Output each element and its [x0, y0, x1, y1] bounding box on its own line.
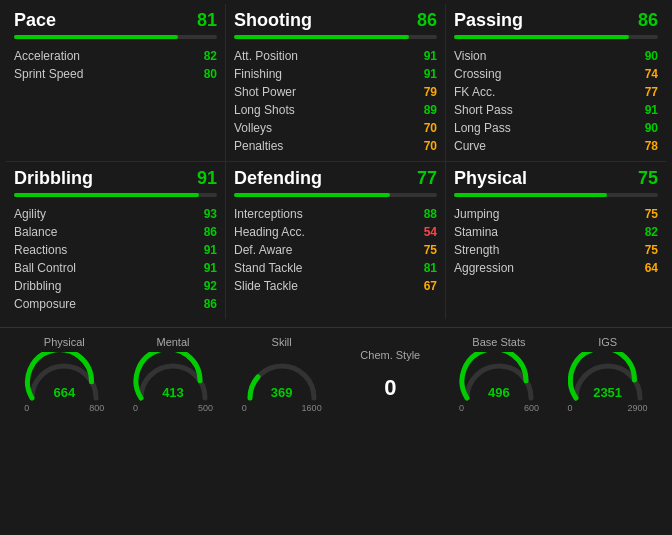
- stat-row: Stamina82: [454, 223, 658, 241]
- stat-value: 91: [204, 261, 217, 275]
- stat-row: Finishing91: [234, 65, 437, 83]
- stat-row: Ball Control91: [14, 259, 217, 277]
- bottom-section: Physical6640800Mental4130500Skill3690160…: [0, 327, 672, 417]
- gauge-label: Base Stats: [472, 336, 525, 348]
- stat-value: 89: [424, 103, 437, 117]
- stat-value: 70: [424, 121, 437, 135]
- stat-row: Jumping75: [454, 205, 658, 223]
- gauge-label: Mental: [156, 336, 189, 348]
- stat-row: Curve78: [454, 137, 658, 155]
- stat-name: Stamina: [454, 225, 498, 239]
- stat-name: Acceleration: [14, 49, 80, 63]
- section-title-physical: Physical: [454, 168, 527, 189]
- section-title-defending: Defending: [234, 168, 322, 189]
- gauge-label: Physical: [44, 336, 85, 348]
- stat-name: Penalties: [234, 139, 283, 153]
- stat-value: 75: [645, 243, 658, 257]
- stat-value: 64: [645, 261, 658, 275]
- section-value-defending: 77: [417, 168, 437, 189]
- gauge-mental: Mental4130500: [123, 336, 223, 413]
- stat-row: Strength75: [454, 241, 658, 259]
- section-title-passing: Passing: [454, 10, 523, 31]
- stat-name: Volleys: [234, 121, 272, 135]
- stat-row: Shot Power79: [234, 83, 437, 101]
- section-shooting: Shooting86Att. Position91Finishing91Shot…: [226, 4, 446, 162]
- gauge-min-max: 01600: [242, 403, 322, 413]
- gauge-wrapper: 664: [24, 352, 104, 402]
- section-title-pace: Pace: [14, 10, 56, 31]
- stat-value: 86: [204, 297, 217, 311]
- stat-value: 82: [645, 225, 658, 239]
- gauge-min-max: 02900: [568, 403, 648, 413]
- section-header-dribbling: Dribbling91: [14, 168, 217, 189]
- stat-value: 91: [424, 49, 437, 63]
- stat-row: Dribbling92: [14, 277, 217, 295]
- gauge-igs: IGS235102900: [558, 336, 658, 413]
- stat-name: Interceptions: [234, 207, 303, 221]
- section-header-physical: Physical75: [454, 168, 658, 189]
- stat-row: Stand Tackle81: [234, 259, 437, 277]
- stat-name: Reactions: [14, 243, 67, 257]
- gauge-skill: Skill36901600: [232, 336, 332, 413]
- stat-value: 67: [424, 279, 437, 293]
- stat-row: Composure86: [14, 295, 217, 313]
- section-passing: Passing86Vision90Crossing74FK Acc.77Shor…: [446, 4, 666, 162]
- stat-value: 81: [424, 261, 437, 275]
- stat-value: 90: [645, 121, 658, 135]
- stat-value: 90: [645, 49, 658, 63]
- gauge-wrapper: 2351: [568, 352, 648, 402]
- stat-value: 91: [204, 243, 217, 257]
- stat-name: Stand Tackle: [234, 261, 303, 275]
- gauge-value: 664: [53, 385, 75, 400]
- stat-row: Agility93: [14, 205, 217, 223]
- gauge-label: Skill: [272, 336, 292, 348]
- stat-value: 79: [424, 85, 437, 99]
- stat-row: Slide Tackle67: [234, 277, 437, 295]
- gauge-label: Chem. Style: [360, 349, 420, 361]
- stat-row: Aggression64: [454, 259, 658, 277]
- stat-name: Long Pass: [454, 121, 511, 135]
- stat-name: Sprint Speed: [14, 67, 83, 81]
- section-title-shooting: Shooting: [234, 10, 312, 31]
- stat-value: 92: [204, 279, 217, 293]
- stat-row: Vision90: [454, 47, 658, 65]
- stat-value: 75: [645, 207, 658, 221]
- stat-name: Heading Acc.: [234, 225, 305, 239]
- stat-name: Short Pass: [454, 103, 513, 117]
- gauge-min-max: 0800: [24, 403, 104, 413]
- stat-row: Long Pass90: [454, 119, 658, 137]
- stat-value: 93: [204, 207, 217, 221]
- stat-name: Slide Tackle: [234, 279, 298, 293]
- stat-row: Sprint Speed80: [14, 65, 217, 83]
- stats-grid: Pace81Acceleration82Sprint Speed80Shooti…: [0, 0, 672, 323]
- stat-value: 88: [424, 207, 437, 221]
- stat-name: FK Acc.: [454, 85, 495, 99]
- section-bar-shooting: [234, 35, 437, 39]
- stat-value: 54: [424, 225, 437, 239]
- gauge-label: IGS: [598, 336, 617, 348]
- stat-name: Jumping: [454, 207, 499, 221]
- stat-name: Strength: [454, 243, 499, 257]
- stat-value: 78: [645, 139, 658, 153]
- gauge-value: 369: [271, 385, 293, 400]
- section-value-passing: 86: [638, 10, 658, 31]
- gauge-chem-style: Chem. Style0: [340, 349, 440, 401]
- stat-name: Composure: [14, 297, 76, 311]
- stat-row: Volleys70: [234, 119, 437, 137]
- stat-value: 74: [645, 67, 658, 81]
- gauge-zero-value: 0: [384, 365, 396, 401]
- gauge-wrapper: 369: [242, 352, 322, 402]
- stat-row: Def. Aware75: [234, 241, 437, 259]
- stat-name: Crossing: [454, 67, 501, 81]
- section-bar-defending: [234, 193, 437, 197]
- stat-name: Dribbling: [14, 279, 61, 293]
- section-bar-passing: [454, 35, 658, 39]
- section-value-pace: 81: [197, 10, 217, 31]
- stat-name: Finishing: [234, 67, 282, 81]
- section-pace: Pace81Acceleration82Sprint Speed80: [6, 4, 226, 162]
- gauge-wrapper: 496: [459, 352, 539, 402]
- gauge-value: 413: [162, 385, 184, 400]
- section-defending: Defending77Interceptions88Heading Acc.54…: [226, 162, 446, 319]
- stat-name: Aggression: [454, 261, 514, 275]
- section-bar-physical: [454, 193, 658, 197]
